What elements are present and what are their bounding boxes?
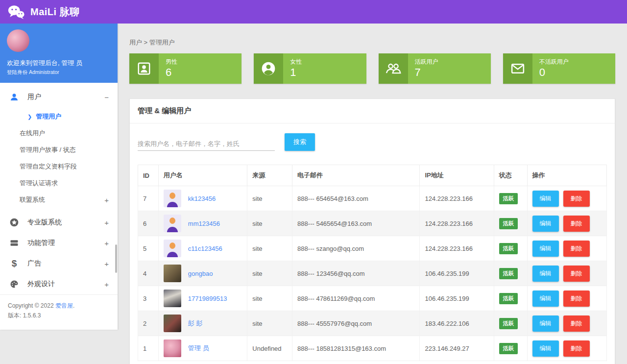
- cell-status: 活跃: [494, 286, 527, 311]
- edit-button[interactable]: 编辑: [532, 191, 559, 207]
- copyright-link[interactable]: 爱音屋: [55, 302, 73, 309]
- cell-ip: 124.228.223.166: [420, 211, 494, 236]
- cell-status: 活跃: [494, 336, 527, 361]
- delete-button[interactable]: 删除: [563, 340, 590, 357]
- sidebar: 欢迎来到管理后台, 管理 员 登陆身份 Administrator 用户 − ❯…: [0, 24, 118, 330]
- cell-status: 活跃: [494, 186, 527, 211]
- welcome-text: 欢迎来到管理后台, 管理 员: [7, 59, 111, 68]
- username-link[interactable]: mm123456: [188, 220, 220, 227]
- submenu-label: 管理自定义资料字段: [20, 162, 77, 171]
- expand-icon[interactable]: +: [104, 239, 109, 247]
- table-row: 1管理 员Undefined888--- 18581281315@163.com…: [138, 336, 607, 361]
- edit-button[interactable]: 编辑: [532, 266, 559, 282]
- cell-status: 活跃: [494, 261, 527, 286]
- delete-button[interactable]: 删除: [563, 216, 590, 232]
- user-avatar[interactable]: [164, 265, 181, 282]
- edit-button[interactable]: 编辑: [532, 216, 559, 232]
- user-table-body: 7kk123456site888--- 654654@163.com124.22…: [138, 186, 607, 361]
- cell-username: c11c123456: [158, 236, 247, 261]
- cell-actions: 编辑删除: [527, 261, 606, 286]
- username-link[interactable]: 17719899513: [188, 295, 227, 302]
- table-footer: 显示 1 共1 |< 1 >|: [130, 361, 615, 364]
- user-avatar[interactable]: [164, 190, 181, 207]
- cell-actions: 编辑删除: [527, 211, 606, 236]
- delete-button[interactable]: 删除: [563, 291, 590, 307]
- active-arrow-icon: ❯: [27, 114, 32, 120]
- status-badge: 活跃: [499, 293, 518, 304]
- user-avatar[interactable]: [164, 290, 181, 307]
- cell-ip: 183.46.222.106: [420, 311, 494, 336]
- username-link[interactable]: gongbao: [188, 270, 213, 277]
- cell-id: 3: [138, 286, 159, 311]
- cell-email: 888--- 45557976@qq.com: [292, 311, 420, 336]
- sidebar-item-pro-system[interactable]: 专业版系统 +: [0, 212, 118, 233]
- expand-icon[interactable]: +: [104, 196, 109, 204]
- username-link[interactable]: kk123456: [188, 195, 216, 202]
- cell-id: 7: [138, 186, 159, 211]
- status-badge: 活跃: [499, 343, 518, 354]
- sidebar-item-users[interactable]: 用户 −: [0, 87, 118, 107]
- profile-avatar[interactable]: [7, 29, 29, 52]
- delete-button[interactable]: 删除: [563, 241, 590, 257]
- sidebar-item-custom-fields[interactable]: 管理自定义资料字段: [0, 158, 118, 175]
- copyright-suffix: .: [73, 302, 74, 309]
- sidebar-item-affiliate-system[interactable]: 联盟系统 +: [0, 192, 118, 208]
- cell-id: 5: [138, 236, 159, 261]
- cell-ip: 106.46.235.199: [420, 286, 494, 311]
- sidebar-item-user-stories[interactable]: 管理用户故事 / 状态: [0, 142, 118, 158]
- cell-email: 888--- szango@qq.com: [292, 236, 420, 261]
- sidebar-item-verification-requests[interactable]: 管理认证请求: [0, 175, 118, 192]
- delete-button[interactable]: 删除: [563, 315, 590, 332]
- cell-actions: 编辑删除: [527, 286, 606, 311]
- cell-source: site: [247, 211, 292, 236]
- stat-label: 活跃用户: [415, 58, 438, 66]
- users-table: ID 用户名 来源 电子邮件 IP地址 状态 操作 7kk123456site8…: [138, 165, 607, 361]
- cell-id: 6: [138, 211, 159, 236]
- delete-button[interactable]: 删除: [563, 266, 590, 282]
- sidebar-item-appearance[interactable]: 外观设计 +: [0, 274, 118, 294]
- delete-button[interactable]: 删除: [563, 191, 590, 207]
- stat-card-male: 男性 6: [129, 53, 241, 84]
- user-avatar[interactable]: [164, 340, 181, 357]
- cell-id: 4: [138, 261, 159, 286]
- breadcrumb: 用户 > 管理用户: [129, 38, 615, 47]
- expand-icon[interactable]: +: [104, 260, 109, 268]
- submenu-label: 联盟系统: [20, 195, 45, 204]
- wechat-logo-icon: [8, 5, 24, 19]
- stat-label: 男性: [166, 58, 177, 66]
- cell-id: 1: [138, 336, 159, 361]
- sidebar-item-ads[interactable]: $ 广告 +: [0, 253, 118, 274]
- expand-icon[interactable]: +: [104, 280, 109, 289]
- sidebar-item-feature-management[interactable]: 功能管理 +: [0, 233, 118, 253]
- cell-email: 888--- 478611269@qq.com: [292, 286, 420, 311]
- username-link[interactable]: 管理 员: [188, 344, 209, 353]
- table-row: 2彭 彭site888--- 45557976@qq.com183.46.222…: [138, 311, 607, 336]
- cell-actions: 编辑删除: [527, 336, 606, 361]
- stat-value: 6: [166, 66, 177, 78]
- panel-title: 管理 & 编辑用户: [130, 99, 615, 123]
- edit-button[interactable]: 编辑: [532, 291, 559, 307]
- status-badge: 活跃: [499, 218, 518, 229]
- user-avatar[interactable]: [164, 240, 181, 257]
- col-header-ip: IP地址: [420, 165, 494, 186]
- search-button[interactable]: 搜索: [285, 133, 315, 151]
- search-input[interactable]: [138, 137, 275, 151]
- edit-button[interactable]: 编辑: [532, 241, 559, 257]
- cell-source: site: [247, 311, 292, 336]
- sidebar-scrollbar[interactable]: [115, 244, 117, 273]
- user-avatar[interactable]: [164, 315, 181, 332]
- username-link[interactable]: c11c123456: [188, 245, 222, 252]
- cell-source: site: [247, 236, 292, 261]
- collapse-icon[interactable]: −: [104, 93, 109, 101]
- expand-icon[interactable]: +: [104, 218, 109, 227]
- cell-email: 888--- 123456@qq.com: [292, 261, 420, 286]
- edit-button[interactable]: 编辑: [532, 340, 559, 357]
- sidebar-item-manage-users[interactable]: ❯ 管理用户: [0, 108, 118, 125]
- sidebar-item-label: 用户: [27, 93, 104, 101]
- sidebar-item-online-users[interactable]: 在线用户: [0, 125, 118, 142]
- edit-button[interactable]: 编辑: [532, 315, 559, 332]
- user-avatar[interactable]: [164, 215, 181, 232]
- cell-username: kk123456: [158, 186, 247, 211]
- username-link[interactable]: 彭 彭: [188, 319, 203, 328]
- table-row: 6mm123456site888--- 5465654@163.com124.2…: [138, 211, 607, 236]
